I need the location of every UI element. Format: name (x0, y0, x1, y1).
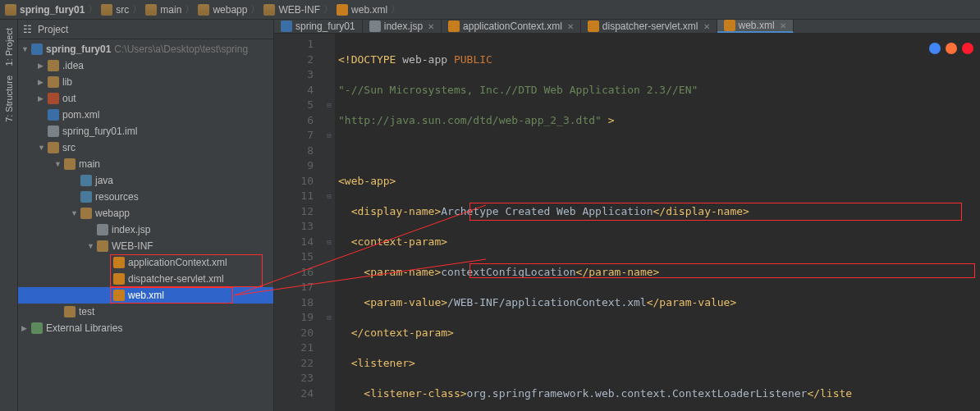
chevron-right-icon: 〉 (185, 2, 195, 16)
breadcrumb-label: web.xml (351, 4, 387, 16)
tree-label: main (79, 158, 100, 170)
tree-item-indexjsp[interactable]: index.jsp (18, 221, 273, 238)
xml-file-icon (113, 290, 125, 301)
tree-item-appctx[interactable]: applicationContext.xml (18, 254, 273, 271)
folder-icon (263, 4, 275, 16)
tree-label: out (62, 93, 76, 104)
tree-item-lib[interactable]: ▶lib (18, 74, 273, 90)
chevron-down-icon: ▼ (71, 209, 79, 217)
xml-file-icon (588, 21, 599, 32)
tree-item-webxml[interactable]: web.xml (18, 287, 273, 304)
resource-folder-icon (80, 191, 92, 203)
breadcrumb-item-webinf[interactable]: WEB-INF (262, 4, 322, 16)
module-icon (31, 43, 43, 55)
tree-item-test[interactable]: test (18, 304, 273, 320)
chevron-right-icon: 〉 (391, 2, 401, 16)
tree-label: index.jsp (112, 224, 150, 235)
tree-label: pom.xml (62, 109, 99, 121)
chevron-right-icon: 〉 (88, 2, 98, 16)
breadcrumb-item-file[interactable]: web.xml (335, 4, 389, 16)
tree-item-src[interactable]: ▼src (18, 139, 273, 156)
project-tree[interactable]: ▼spring_fury01C:\Users\a\Desktop\test\sp… (18, 39, 273, 411)
jsp-file-icon (97, 224, 108, 235)
tree-label: web.xml (128, 290, 164, 301)
tree-item-pom[interactable]: pom.xml (18, 107, 273, 123)
jsp-file-icon (369, 21, 381, 32)
editor-body[interactable]: 123456789101112131415161718192021222324 … (274, 34, 980, 411)
chevron-down-icon: ▼ (87, 242, 95, 250)
tab-structure[interactable]: 7: Structure (2, 71, 16, 127)
breadcrumb-item-root[interactable]: spring_fury01 (3, 4, 86, 16)
tree-item-idea[interactable]: ▶.idea (18, 57, 273, 74)
tree-item-out[interactable]: ▶out (18, 90, 273, 107)
close-icon[interactable]: ✕ (703, 22, 710, 31)
project-icon: ☷ (23, 24, 34, 35)
breadcrumb-item-webapp[interactable]: webapp (196, 4, 249, 16)
editor-tab-webxml[interactable]: web.xml✕ (717, 20, 794, 33)
close-icon[interactable]: ✕ (428, 22, 434, 31)
tree-label: External Libraries (46, 322, 122, 334)
editor-tab-indexjsp[interactable]: index.jsp✕ (363, 20, 442, 33)
tree-item-module-root[interactable]: ▼spring_fury01C:\Users\a\Desktop\test\sp… (18, 41, 273, 57)
folder-icon (198, 4, 209, 16)
source-folder-icon (80, 175, 92, 186)
tree-label: WEB-INF (112, 240, 153, 252)
folder-icon (145, 4, 157, 16)
module-icon (5, 4, 16, 16)
tree-item-extlib[interactable]: ▶External Libraries (18, 320, 273, 336)
tab-project[interactable]: 1: Project (2, 23, 16, 71)
folder-icon (97, 240, 108, 252)
close-icon[interactable]: ✕ (780, 21, 786, 30)
chevron-right-icon: ▶ (38, 94, 46, 103)
breadcrumb-item-src[interactable]: src (99, 4, 131, 16)
library-icon (31, 322, 43, 334)
tree-item-dispsrv[interactable]: dispatcher-servlet.xml (18, 271, 273, 287)
file-icon (48, 126, 59, 137)
chevron-down-icon: ▼ (54, 160, 62, 168)
tree-item-iml[interactable]: spring_fury01.iml (18, 123, 273, 139)
tree-label: webapp (95, 208, 130, 219)
editor-tab-appctx[interactable]: applicationContext.xml✕ (442, 20, 581, 33)
editor-panel: spring_fury01 index.jsp✕ applicationCont… (274, 20, 980, 411)
tree-label: dispatcher-servlet.xml (128, 273, 224, 285)
fold-column: ⊟⊟⊟⊟⊟ (323, 34, 335, 411)
tool-window-bar: 1: Project 7: Structure (0, 20, 18, 411)
folder-icon (48, 60, 59, 71)
chevron-right-icon: 〉 (323, 2, 333, 16)
tree-item-webinf[interactable]: ▼WEB-INF (18, 238, 273, 254)
breadcrumb-label: WEB-INF (278, 4, 320, 16)
close-icon[interactable]: ✕ (567, 22, 574, 31)
tree-label: test (79, 306, 94, 317)
breadcrumb: spring_fury01 〉 src 〉 main 〉 webapp 〉 WE… (0, 0, 980, 20)
project-header[interactable]: ☷ Project (18, 20, 273, 39)
xml-file-icon (337, 4, 348, 16)
tree-path-hint: C:\Users\a\Desktop\test\spring (114, 43, 248, 55)
chevron-down-icon: ▼ (21, 45, 30, 53)
chevron-right-icon: ▶ (38, 78, 46, 86)
tree-item-main[interactable]: ▼main (18, 156, 273, 172)
maven-icon (48, 109, 59, 121)
folder-icon (48, 76, 59, 88)
tree-item-webapp[interactable]: ▼webapp (18, 205, 273, 221)
tree-label: applicationContext.xml (128, 257, 227, 268)
editor-tab-dispsrv[interactable]: dispatcher-servlet.xml✕ (581, 20, 717, 33)
breadcrumb-label: webapp (213, 4, 247, 16)
editor-tab-label: dispatcher-servlet.xml (602, 21, 698, 32)
breadcrumb-label: spring_fury01 (20, 4, 85, 16)
tree-label: java (95, 175, 113, 186)
module-icon (281, 21, 292, 32)
tree-item-resources[interactable]: resources (18, 189, 273, 205)
editor-tab-module[interactable]: spring_fury01 (274, 20, 363, 33)
xml-file-icon (113, 273, 125, 285)
folder-icon (64, 158, 76, 170)
code-area[interactable]: <!DOCTYPE web-app PUBLIC "-//Sun Microsy… (335, 34, 980, 411)
project-panel: ☷ Project ▼spring_fury01C:\Users\a\Deskt… (18, 20, 274, 411)
chevron-right-icon: ▶ (21, 324, 30, 332)
breadcrumb-item-main[interactable]: main (144, 4, 183, 16)
editor-tab-label: index.jsp (384, 21, 423, 32)
folder-excluded-icon (48, 93, 59, 104)
editor-tab-label: web.xml (739, 20, 775, 31)
tree-item-java[interactable]: java (18, 172, 273, 189)
tree-label: resources (95, 191, 139, 203)
xml-file-icon (724, 20, 735, 31)
